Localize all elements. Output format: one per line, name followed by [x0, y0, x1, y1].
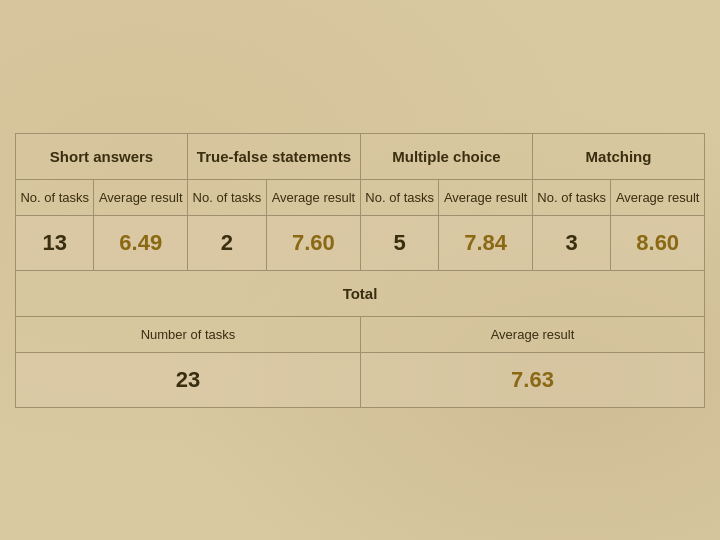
tf-no-tasks-value: 2 — [187, 215, 266, 270]
total-sub-header-row: Number of tasks Average result — [16, 316, 705, 352]
data-row: 13 6.49 2 7.60 5 7.84 3 8.60 — [16, 215, 705, 270]
total-label: Total — [16, 270, 705, 316]
category-header-row: Short answers True-false statements Mult… — [16, 133, 705, 179]
results-table: Short answers True-false statements Mult… — [15, 133, 705, 408]
ma-no-tasks-header: No. of tasks — [532, 179, 610, 215]
total-average-result-value: 7.63 — [360, 352, 704, 407]
short-answers-header: Short answers — [16, 133, 188, 179]
tf-no-tasks-header: No. of tasks — [187, 179, 266, 215]
table-container: Short answers True-false statements Mult… — [15, 133, 705, 408]
sa-no-tasks-value: 13 — [16, 215, 94, 270]
total-average-result-label: Average result — [360, 316, 704, 352]
tf-avg-result-header: Average result — [266, 179, 360, 215]
mc-avg-result-value: 7.84 — [439, 215, 533, 270]
mc-no-tasks-header: No. of tasks — [360, 179, 438, 215]
true-false-header: True-false statements — [187, 133, 360, 179]
mc-no-tasks-value: 5 — [360, 215, 438, 270]
total-number-of-tasks-label: Number of tasks — [16, 316, 361, 352]
sa-no-tasks-header: No. of tasks — [16, 179, 94, 215]
ma-no-tasks-value: 3 — [532, 215, 610, 270]
sa-avg-result-value: 6.49 — [94, 215, 188, 270]
sub-header-row: No. of tasks Average result No. of tasks… — [16, 179, 705, 215]
matching-header: Matching — [532, 133, 704, 179]
ma-avg-result-value: 8.60 — [611, 215, 705, 270]
sa-avg-result-header: Average result — [94, 179, 188, 215]
tf-avg-result-value: 7.60 — [266, 215, 360, 270]
total-data-row: 23 7.63 — [16, 352, 705, 407]
total-label-row: Total — [16, 270, 705, 316]
ma-avg-result-header: Average result — [611, 179, 705, 215]
multiple-choice-header: Multiple choice — [360, 133, 532, 179]
total-number-of-tasks-value: 23 — [16, 352, 361, 407]
mc-avg-result-header: Average result — [439, 179, 533, 215]
